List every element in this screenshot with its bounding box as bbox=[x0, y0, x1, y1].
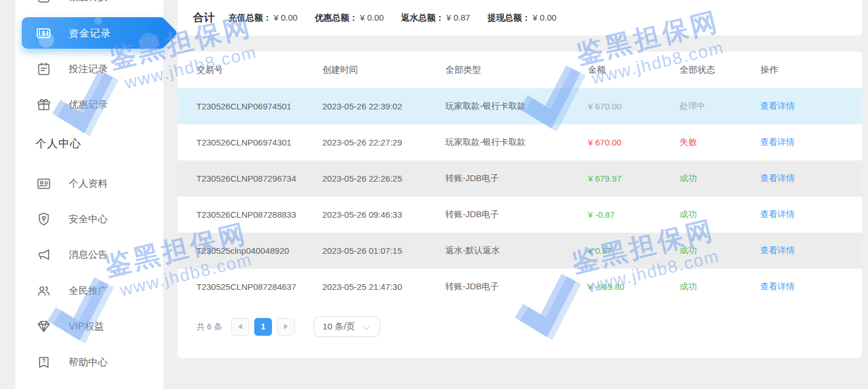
header-transaction-id: 交易号 bbox=[196, 64, 322, 76]
created-time: 2023-05-26 09:46:33 bbox=[322, 210, 445, 219]
fund-records-page: 额度转换 $ 资金记录 投注记录 优惠记录 个人中心 bbox=[0, 0, 868, 389]
arrow-left-icon bbox=[238, 324, 242, 329]
page-size-value: 10 条/页 bbox=[322, 321, 355, 333]
sidebar-item-label: 个人资料 bbox=[69, 177, 108, 190]
funds-icon: $ bbox=[35, 25, 52, 41]
sidebar-item-bet-records[interactable]: 投注记录 bbox=[15, 55, 163, 82]
help-icon: ? bbox=[35, 354, 52, 370]
header-actions: 操作 bbox=[760, 64, 862, 76]
table-row[interactable]: T230526CLNP087288833 2023-05-26 09:46:33… bbox=[177, 197, 862, 233]
svg-text:$: $ bbox=[42, 29, 46, 37]
amount: ¥ -0.87 bbox=[588, 210, 680, 219]
transaction-type: 转账-JDB电子 bbox=[445, 209, 588, 220]
pagination: 共 6 条 1 10 条/页 bbox=[196, 316, 380, 337]
view-details-link[interactable]: 查看详情 bbox=[760, 209, 795, 219]
table-header-row: 交易号 创建时间 全部类型 金额 全部状态 操作 bbox=[177, 52, 862, 88]
security-icon bbox=[35, 211, 52, 227]
transaction-id: T230525CLNP087284637 bbox=[196, 282, 322, 292]
amount: ¥ -969.80 bbox=[588, 282, 680, 292]
sidebar-item-label: 额度转换 bbox=[69, 0, 108, 3]
status-badge: 成功 bbox=[680, 281, 760, 292]
sidebar: 额度转换 $ 资金记录 投注记录 优惠记录 个人中心 bbox=[15, 0, 163, 389]
arrow-right-icon bbox=[284, 324, 288, 329]
created-time: 2023-05-26 22:27:29 bbox=[322, 137, 445, 147]
view-details-link[interactable]: 查看详情 bbox=[760, 137, 795, 147]
status-badge: 成功 bbox=[680, 209, 760, 220]
summary-title: 合计 bbox=[193, 10, 215, 25]
sidebar-item-label: 消息公告 bbox=[69, 248, 108, 261]
sidebar-item-label: 帮助中心 bbox=[69, 356, 108, 369]
transaction-type: 玩家取款-银行卡取款 bbox=[445, 137, 588, 148]
transaction-id: T230525clnp040048920 bbox=[196, 246, 322, 256]
table-row[interactable]: T230526CLNP06974301 2023-05-26 22:27:29 … bbox=[177, 124, 862, 160]
transfer-icon bbox=[35, 0, 52, 5]
sidebar-item-clipped[interactable]: 额度转换 bbox=[15, 0, 163, 10]
transaction-type: 转账-JDB电子 bbox=[445, 281, 588, 292]
amount: ¥ 670.00 bbox=[588, 101, 680, 111]
table-row[interactable]: T230526CLNP087296734 2023-05-26 22:26:25… bbox=[177, 160, 862, 197]
sidebar-item-label: VIP权益 bbox=[69, 320, 104, 333]
header-created-time: 创建时间 bbox=[322, 64, 445, 76]
profile-icon bbox=[35, 175, 52, 191]
promo-records-icon bbox=[35, 96, 52, 112]
sidebar-item-security-center[interactable]: 安全中心 bbox=[15, 205, 163, 233]
svg-text:?: ? bbox=[42, 357, 46, 364]
withdrawal-total: 提现总额： ¥ 0.00 bbox=[487, 13, 557, 23]
transaction-id: T230526CLNP06974301 bbox=[196, 137, 322, 147]
next-page-button[interactable] bbox=[277, 318, 295, 336]
transactions-table: 交易号 创建时间 全部类型 金额 全部状态 操作 T230526CLNP0697… bbox=[177, 52, 862, 358]
bet-records-icon bbox=[35, 61, 52, 77]
view-details-link[interactable]: 查看详情 bbox=[760, 101, 795, 111]
amount: ¥ 0.87 bbox=[588, 246, 680, 256]
created-time: 2023-05-26 22:39:02 bbox=[322, 101, 445, 111]
sidebar-item-promo-records[interactable]: 优惠记录 bbox=[15, 91, 163, 118]
page-number-button[interactable]: 1 bbox=[254, 318, 272, 336]
table-row[interactable]: T230526CLNP06974501 2023-05-26 22:39:02 … bbox=[177, 88, 862, 124]
announcement-icon bbox=[35, 246, 52, 262]
transaction-type: 返水-默认返水 bbox=[445, 245, 588, 256]
table-body: T230526CLNP06974501 2023-05-26 22:39:02 … bbox=[177, 88, 862, 305]
sidebar-item-label: 资金记录 bbox=[69, 26, 111, 40]
transaction-id: T230526CLNP06974501 bbox=[196, 101, 322, 111]
header-amount: 金额 bbox=[588, 64, 680, 76]
sidebar-item-label: 投注记录 bbox=[69, 62, 108, 76]
view-details-link[interactable]: 查看详情 bbox=[760, 245, 795, 255]
sidebar-item-profile[interactable]: 个人资料 bbox=[15, 170, 163, 197]
created-time: 2023-05-26 01:07:15 bbox=[322, 246, 445, 256]
header-status-filter[interactable]: 全部状态 bbox=[680, 64, 760, 76]
transaction-id: T230526CLNP087296734 bbox=[196, 174, 322, 183]
page-size-select[interactable]: 10 条/页 bbox=[314, 316, 380, 337]
amount: ¥ 670.00 bbox=[588, 137, 680, 147]
sidebar-item-label: 优惠记录 bbox=[69, 98, 108, 111]
vip-icon bbox=[35, 318, 52, 334]
created-time: 2023-05-26 22:26:25 bbox=[322, 174, 445, 183]
deposit-total: 充值总额： ¥ 0.00 bbox=[228, 13, 298, 23]
rebate-total: 返水总额： ¥ 0.87 bbox=[401, 13, 470, 23]
table-row[interactable]: T230525CLNP087284637 2023-05-25 21:47:30… bbox=[177, 269, 862, 305]
sidebar-section-personal-center: 个人中心 bbox=[35, 136, 81, 151]
sidebar-item-label: 全民推广 bbox=[69, 284, 108, 297]
prev-page-button[interactable] bbox=[231, 318, 249, 336]
status-badge: 失败 bbox=[680, 137, 760, 148]
totals-summary-bar: 合计 充值总额： ¥ 0.00 优惠总额： ¥ 0.00 返水总额： ¥ 0.8… bbox=[177, 0, 862, 36]
view-details-link[interactable]: 查看详情 bbox=[760, 173, 795, 183]
transaction-type: 玩家取款-银行卡取款 bbox=[445, 101, 588, 112]
status-badge: 成功 bbox=[680, 245, 760, 256]
status-badge: 成功 bbox=[680, 173, 760, 184]
status-badge: 处理中 bbox=[680, 101, 760, 112]
view-details-link[interactable]: 查看详情 bbox=[760, 281, 795, 291]
promo-total: 优惠总额： ¥ 0.00 bbox=[315, 13, 384, 23]
transaction-id: T230526CLNP087288833 bbox=[196, 210, 322, 219]
sidebar-item-label: 安全中心 bbox=[69, 213, 108, 226]
sidebar-item-announcements[interactable]: 消息公告 bbox=[15, 241, 163, 268]
sidebar-item-vip[interactable]: VIP权益 bbox=[15, 312, 163, 340]
sidebar-item-help-center[interactable]: ? 帮助中心 bbox=[15, 348, 163, 376]
table-row[interactable]: T230525clnp040048920 2023-05-26 01:07:15… bbox=[177, 233, 862, 269]
header-type-filter[interactable]: 全部类型 bbox=[445, 64, 588, 76]
pagination-total: 共 6 条 bbox=[196, 321, 222, 332]
sidebar-item-fund-records[interactable]: $ 资金记录 bbox=[22, 17, 166, 49]
transaction-type: 转账-JDB电子 bbox=[445, 173, 588, 184]
amount: ¥ 679.97 bbox=[588, 174, 680, 183]
chevron-down-icon bbox=[363, 322, 370, 329]
sidebar-item-referral[interactable]: 全民推广 bbox=[15, 277, 163, 304]
